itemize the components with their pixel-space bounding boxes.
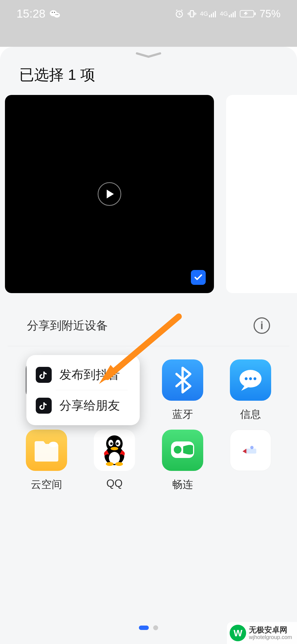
status-time: 15:28 bbox=[16, 7, 45, 20]
douyin-mini-icon bbox=[36, 367, 52, 383]
battery-percent: 75% bbox=[260, 8, 280, 20]
signal-1: 4G bbox=[200, 10, 216, 17]
svg-point-34 bbox=[116, 442, 119, 445]
app-label: QQ bbox=[106, 477, 123, 489]
svg-point-1 bbox=[54, 13, 60, 18]
drag-handle[interactable] bbox=[135, 52, 162, 57]
svg-rect-15 bbox=[235, 11, 236, 17]
play-icon[interactable] bbox=[98, 182, 121, 206]
svg-point-2 bbox=[52, 12, 53, 13]
svg-point-26 bbox=[249, 377, 252, 380]
changlian-icon bbox=[162, 430, 203, 471]
share-app-messages[interactable]: 信息 bbox=[218, 359, 284, 421]
svg-point-5 bbox=[57, 14, 58, 15]
messages-icon bbox=[230, 359, 271, 401]
annotation-arrow bbox=[91, 311, 184, 388]
watermark-text: 无极安卓网 wjhotelgroup.com bbox=[249, 626, 292, 640]
svg-rect-7 bbox=[191, 11, 194, 17]
svg-point-27 bbox=[254, 377, 256, 380]
page-dot-active bbox=[139, 626, 149, 630]
svg-point-40 bbox=[174, 446, 182, 454]
svg-rect-17 bbox=[254, 12, 256, 15]
app-label: 云空间 bbox=[31, 477, 62, 492]
wechat-status-icon bbox=[49, 9, 60, 18]
svg-rect-13 bbox=[231, 14, 232, 17]
popup-share-to-friends[interactable]: 分享给朋友 bbox=[26, 390, 140, 421]
svg-line-43 bbox=[107, 316, 179, 377]
app-label: 信息 bbox=[240, 407, 261, 421]
svg-rect-11 bbox=[215, 11, 216, 17]
svg-point-37 bbox=[106, 462, 114, 466]
overlay-watermark: W 无极安卓网 wjhotelgroup.com bbox=[227, 622, 297, 644]
selected-check-icon[interactable] bbox=[191, 270, 206, 285]
share-app-cloud[interactable]: 云空间 bbox=[14, 430, 79, 492]
svg-point-25 bbox=[245, 377, 248, 380]
signal-2: 4G bbox=[220, 10, 237, 17]
vibrate-icon bbox=[187, 9, 197, 18]
preview-item-1[interactable] bbox=[5, 95, 214, 293]
svg-point-35 bbox=[111, 447, 118, 450]
preview-item-2[interactable] bbox=[226, 95, 297, 293]
share-app-qq[interactable]: QQ bbox=[82, 430, 147, 492]
svg-point-33 bbox=[110, 442, 113, 445]
douyin-mini-icon bbox=[36, 398, 52, 414]
battery-icon bbox=[240, 10, 256, 18]
svg-rect-10 bbox=[213, 12, 214, 17]
status-bar: 15:28 4G 4G 75% bbox=[0, 0, 297, 28]
app-label: 蓝牙 bbox=[172, 407, 193, 421]
svg-point-42 bbox=[250, 446, 254, 449]
status-right: 4G 4G 75% bbox=[175, 8, 280, 20]
svg-point-38 bbox=[115, 462, 123, 466]
preview-row[interactable] bbox=[0, 95, 297, 293]
svg-rect-9 bbox=[211, 14, 212, 17]
alarm-icon bbox=[175, 9, 184, 18]
page-indicator bbox=[139, 625, 158, 630]
popup-item-label: 分享给朋友 bbox=[59, 397, 120, 414]
cloud-icon bbox=[26, 430, 67, 471]
share-app-user[interactable] bbox=[218, 430, 284, 492]
svg-point-3 bbox=[54, 12, 55, 13]
page-dot bbox=[153, 625, 158, 630]
share-app-changlian[interactable]: 畅连 bbox=[150, 430, 215, 492]
qq-icon bbox=[94, 430, 135, 471]
svg-point-28 bbox=[49, 442, 58, 447]
info-icon[interactable]: i bbox=[254, 317, 270, 334]
app-label: 畅连 bbox=[172, 477, 193, 492]
svg-point-4 bbox=[56, 14, 57, 15]
svg-rect-14 bbox=[233, 12, 234, 17]
user-share-icon bbox=[230, 430, 271, 471]
svg-rect-41 bbox=[246, 449, 256, 454]
svg-rect-12 bbox=[229, 15, 230, 17]
svg-rect-8 bbox=[209, 15, 210, 17]
status-left: 15:28 bbox=[16, 7, 60, 20]
sheet-title: 已选择 1 项 bbox=[0, 65, 297, 95]
watermark-logo: W bbox=[230, 625, 246, 641]
